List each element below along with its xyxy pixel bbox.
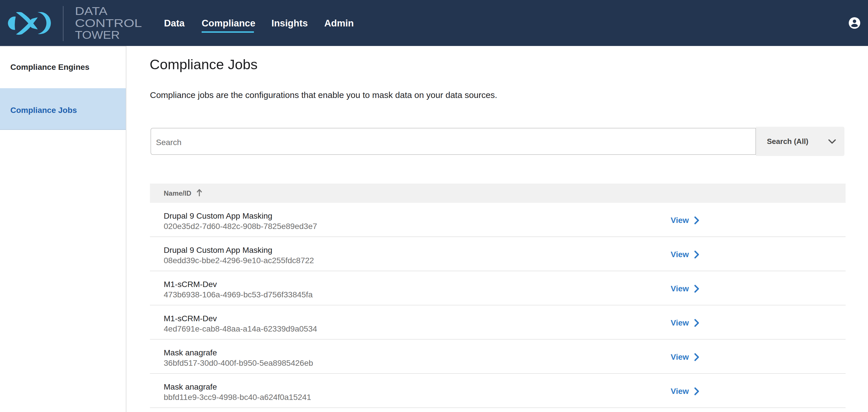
- svg-text:TOWER: TOWER: [75, 29, 120, 41]
- svg-text:CONTROL: CONTROL: [75, 17, 142, 29]
- svg-text:DATA: DATA: [75, 5, 108, 17]
